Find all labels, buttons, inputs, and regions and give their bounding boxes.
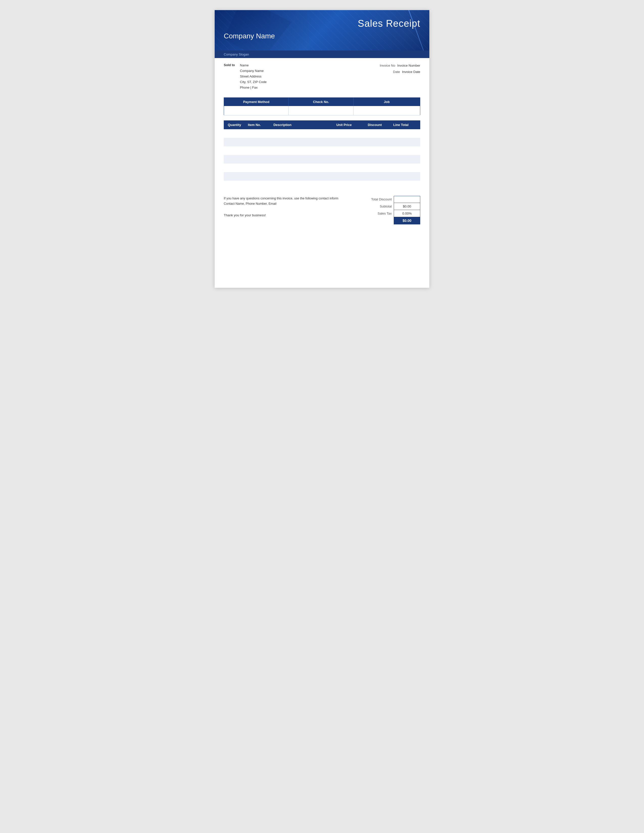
sold-section: Sold to Name Company Name Street Address… [215, 58, 429, 93]
totals-table: Total Discount Subtotal $0.00 Sales Tax … [365, 196, 420, 224]
table-cell [391, 155, 420, 164]
total-row: Total $0.00 [365, 217, 420, 224]
job-cell [353, 106, 420, 115]
table-cell [224, 181, 245, 189]
totals-area: If you have any questions concerning thi… [224, 194, 420, 224]
total-label: Total [365, 217, 394, 224]
items-table: Quantity Item No. Description Unit Price… [224, 121, 420, 189]
table-cell [271, 172, 334, 181]
sales-receipt-page: Sales Receipt Company Name Company Sloga… [215, 10, 429, 288]
table-cell [334, 164, 365, 172]
company-slogan: Company Slogan [224, 53, 249, 56]
company-name-heading: Company Name [224, 32, 420, 40]
invoice-no-row: Invoice No Invoice Number [380, 63, 420, 69]
check-no-cell [289, 106, 353, 115]
discount-header: Discount [365, 121, 391, 129]
slogan-bar: Company Slogan [215, 50, 429, 58]
table-cell [245, 181, 271, 189]
table-row [224, 146, 420, 155]
subtotal-row: Subtotal $0.00 [365, 203, 420, 210]
table-row [224, 155, 420, 164]
invoice-date-value: Invoice Date [402, 69, 420, 75]
table-cell [245, 164, 271, 172]
table-cell [334, 138, 365, 146]
table-cell [271, 164, 334, 172]
thank-you-text: Thank you for your business! [224, 212, 360, 218]
table-row [224, 172, 420, 181]
table-cell [271, 146, 334, 155]
table-cell [391, 172, 420, 181]
invoice-date-label: Date [393, 69, 400, 75]
sales-tax-label: Sales Tax [365, 210, 394, 217]
table-cell [365, 129, 391, 138]
table-cell [245, 129, 271, 138]
table-cell [224, 155, 245, 164]
table-cell [391, 181, 420, 189]
sold-company: Company Name [240, 68, 267, 74]
sold-to-details: Name Company Name Street Address City, S… [240, 63, 267, 90]
notes-area: If you have any questions concerning thi… [224, 194, 360, 218]
qty-header: Quantity [224, 121, 245, 129]
unit-price-header: Unit Price [334, 121, 365, 129]
table-cell [391, 164, 420, 172]
table-cell [245, 138, 271, 146]
invoice-no-label: Invoice No [380, 63, 395, 69]
payment-method-section: Payment Method Check No. Job [224, 97, 420, 115]
table-cell [271, 129, 334, 138]
sold-to-label: Sold to [224, 63, 235, 90]
table-cell [391, 129, 420, 138]
table-cell [365, 155, 391, 164]
table-row [224, 164, 420, 172]
table-cell [365, 172, 391, 181]
table-cell [245, 146, 271, 155]
total-value: $0.00 [394, 217, 420, 224]
table-cell [334, 172, 365, 181]
header: Sales Receipt Company Name [215, 10, 429, 50]
total-discount-value [394, 196, 420, 203]
check-no-header: Check No. [289, 98, 353, 106]
table-cell [365, 146, 391, 155]
total-discount-label: Total Discount [365, 196, 394, 203]
invoice-no-value: Invoice Number [397, 63, 420, 69]
table-cell [365, 138, 391, 146]
table-cell [224, 138, 245, 146]
totals-block: Total Discount Subtotal $0.00 Sales Tax … [365, 194, 420, 224]
payment-method-header: Payment Method [224, 98, 289, 106]
notes-line1: If you have any questions concerning thi… [224, 196, 360, 201]
items-section: Quantity Item No. Description Unit Price… [224, 121, 420, 189]
sold-to-block: Sold to Name Company Name Street Address… [224, 63, 267, 90]
line-total-header: Line Total [391, 121, 420, 129]
table-cell [334, 146, 365, 155]
sold-name: Name [240, 63, 267, 68]
table-cell [224, 146, 245, 155]
table-cell [224, 172, 245, 181]
table-cell [391, 138, 420, 146]
table-cell [271, 155, 334, 164]
table-cell [334, 181, 365, 189]
payment-method-cell [224, 106, 289, 115]
receipt-title: Sales Receipt [224, 18, 420, 29]
table-row [224, 181, 420, 189]
table-row [224, 138, 420, 146]
table-cell [334, 155, 365, 164]
table-cell [224, 164, 245, 172]
header-shapes [215, 10, 429, 50]
table-cell [271, 181, 334, 189]
total-discount-row: Total Discount [365, 196, 420, 203]
notes-line2: Contact Name, Phone Number, Email [224, 201, 360, 206]
invoice-date-row: Date Invoice Date [380, 69, 420, 75]
sold-phone: Phone | Fax [240, 85, 267, 90]
hex-pattern [328, 10, 429, 50]
sold-city: City, ST, ZIP Code [240, 79, 267, 85]
table-row [224, 129, 420, 138]
table-cell [365, 164, 391, 172]
subtotal-label: Subtotal [365, 203, 394, 210]
sales-tax-value: 0.00% [394, 210, 420, 217]
job-header: Job [353, 98, 420, 106]
table-cell [271, 138, 334, 146]
table-cell [391, 146, 420, 155]
table-cell [365, 181, 391, 189]
table-cell [245, 172, 271, 181]
sales-tax-row: Sales Tax 0.00% [365, 210, 420, 217]
invoice-info-block: Invoice No Invoice Number Date Invoice D… [380, 63, 420, 90]
